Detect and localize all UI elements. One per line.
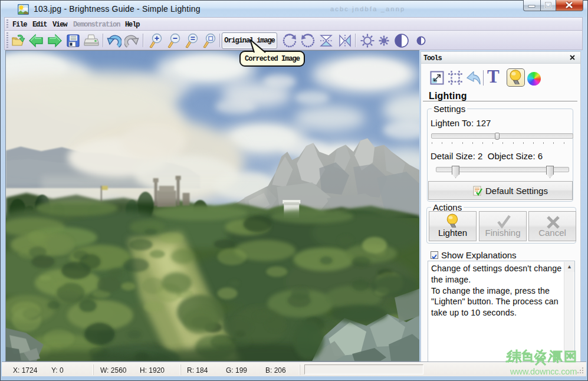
svg-text:www.downcc.com: www.downcc.com [510,367,577,376]
